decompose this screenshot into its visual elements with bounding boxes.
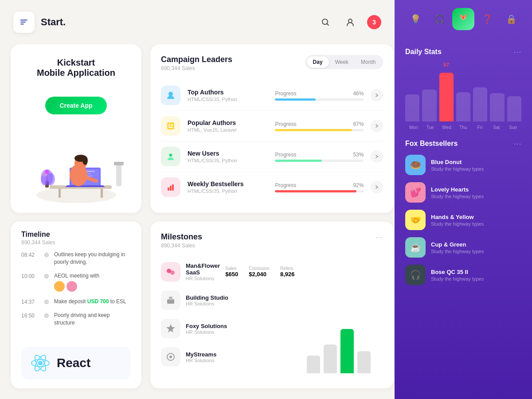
milestones-chart xyxy=(294,258,383,378)
milestones-title: Milestones xyxy=(161,232,202,242)
timeline-entries: 08:42 Outlines keep you indulging in poo… xyxy=(21,251,131,347)
react-badge: React xyxy=(21,347,131,379)
svg-rect-36 xyxy=(172,184,174,191)
svg-rect-2 xyxy=(20,23,24,25)
logo-text: Start. xyxy=(41,16,66,28)
timeline-card: Timeline 890,344 Sales 08:42 Outlines ke… xyxy=(11,222,141,388)
campaign-row-arrow[interactable] xyxy=(371,120,383,132)
milestone-icon xyxy=(161,347,180,367)
daily-stats-header: Daily Stats ⋯ xyxy=(405,47,521,57)
campaign-row: Popular Authors HTML, VueJS, Laravel Pro… xyxy=(161,111,383,141)
tab-week[interactable]: Week xyxy=(329,56,355,68)
chart-bar xyxy=(473,87,487,121)
chart-day-label: Sat xyxy=(488,125,505,130)
svg-point-37 xyxy=(38,361,43,365)
user-icon[interactable] xyxy=(342,14,358,30)
fox-items: 🍩 Blue Donut Study the highway types 💕 L… xyxy=(405,155,521,285)
svg-point-22 xyxy=(46,173,55,185)
content-grid: Kickstart Mobile Application Create App xyxy=(0,44,395,399)
app-icons-row: 💡 🎧 ❓ 🔒 xyxy=(395,0,532,38)
fox-thumbnail: ☕ xyxy=(405,237,426,258)
milestones-list: Man&Flower SaaS HR Solutions Sales $650 … xyxy=(161,258,294,378)
chart-bar xyxy=(422,90,436,121)
app-icon-lightbulb[interactable]: 💡 xyxy=(404,8,426,30)
svg-line-4 xyxy=(327,24,329,26)
svg-point-24 xyxy=(43,173,46,176)
milestone-row: Building Studio HR Solutions xyxy=(161,286,294,314)
campaign-tabs: Day Week Month xyxy=(305,55,383,69)
timeline-item: 14:37 Make deposit USD 700 to ESL xyxy=(21,298,131,305)
milestones-card: Milestones 890,344 Sales ⋯ Man&Flower Sa… xyxy=(150,222,394,388)
milestone-row: Man&Flower SaaS HR Solutions Sales $650 … xyxy=(161,258,294,286)
svg-rect-44 xyxy=(169,297,172,300)
milestone-row: MyStreams HR Solutions xyxy=(161,343,294,371)
campaign-row: New Users HTML/CSS/JS, Python Progress 5… xyxy=(161,141,383,172)
campaign-subtitle: 890,344 Sales xyxy=(161,65,232,71)
app-icon-question[interactable]: ❓ xyxy=(476,8,498,30)
milestones-content: Man&Flower SaaS HR Solutions Sales $650 … xyxy=(161,258,383,378)
fox-bestsellers-menu[interactable]: ⋯ xyxy=(513,139,521,149)
milestone-row: Foxy Solutions HR Solutions xyxy=(161,314,294,343)
daily-stats-chart: 57 xyxy=(405,64,521,121)
app-icon-fox[interactable] xyxy=(452,8,474,30)
svg-point-29 xyxy=(168,124,170,126)
svg-rect-0 xyxy=(20,20,27,21)
campaign-title: Campaign Leaders xyxy=(161,55,232,64)
campaign-title-group: Campaign Leaders 890,344 Sales xyxy=(161,55,232,71)
fox-item: 💕 Lovely Hearts Study the highway types xyxy=(405,182,521,203)
svg-point-18 xyxy=(82,156,88,165)
kickstart-title: Kickstart Mobile Application xyxy=(37,58,115,78)
kickstart-card: Kickstart Mobile Application Create App xyxy=(11,44,141,213)
timeline-item: 08:42 Outlines keep you indulging in poo… xyxy=(21,251,131,266)
fox-bestsellers-title: Fox Bestsellers xyxy=(405,140,458,148)
chart-day-label: Sun xyxy=(505,125,521,130)
fox-item: 🍩 Blue Donut Study the highway types xyxy=(405,155,521,175)
svg-rect-26 xyxy=(114,162,124,165)
chart-day-label: Fri xyxy=(472,125,488,130)
app-icon-headphone[interactable]: 🎧 xyxy=(428,8,450,30)
milestones-title-group: Milestones 890,344 Sales xyxy=(161,232,202,249)
svg-point-42 xyxy=(170,270,175,275)
campaign-row-icon xyxy=(161,147,180,166)
right-panel: 💡 🎧 ❓ 🔒 Daily Stat xyxy=(395,0,532,399)
daily-stats-menu[interactable]: ⋯ xyxy=(513,47,521,57)
svg-point-33 xyxy=(170,154,172,156)
notification-badge[interactable]: 3 xyxy=(367,15,381,29)
header-right: 3 xyxy=(317,14,381,30)
header-left: Start. xyxy=(13,12,66,33)
daily-stats-section: Daily Stats ⋯ 57 MonTueWedThuFriSatSun xyxy=(395,38,532,139)
svg-point-6 xyxy=(36,187,116,203)
chart-bar xyxy=(456,92,470,121)
svg-point-47 xyxy=(169,356,172,358)
react-label: React xyxy=(57,356,90,370)
chart-day-label: Wed xyxy=(438,125,455,130)
fox-item: 🤝 Hands & Yellow Study the highway types xyxy=(405,210,521,230)
chart-labels: MonTueWedThuFriSatSun xyxy=(405,125,521,130)
campaign-rows: Top Authors HTML/CSS/JS, Python Progress… xyxy=(161,80,383,202)
create-app-button[interactable]: Create App xyxy=(45,97,106,114)
campaign-header: Campaign Leaders 890,344 Sales Day Week … xyxy=(161,55,383,71)
search-icon[interactable] xyxy=(317,14,333,30)
svg-rect-25 xyxy=(116,162,121,186)
tab-day[interactable]: Day xyxy=(307,56,329,68)
fox-thumbnail: 🤝 xyxy=(405,210,426,230)
svg-rect-31 xyxy=(168,127,173,128)
svg-point-52 xyxy=(461,17,462,18)
fox-item: ☕ Cup & Green Study the highway types xyxy=(405,237,521,258)
milestones-menu[interactable]: ⋯ xyxy=(375,232,383,242)
svg-rect-9 xyxy=(101,189,103,198)
logo-icon xyxy=(13,12,35,33)
campaign-row-arrow[interactable] xyxy=(371,89,383,102)
chart-day-label: Mon xyxy=(405,125,422,130)
svg-rect-34 xyxy=(168,188,169,191)
app-icon-lock[interactable]: 🔒 xyxy=(500,8,522,30)
chart-bar xyxy=(405,94,419,121)
daily-stats-title: Daily Stats xyxy=(405,48,442,56)
tab-month[interactable]: Month xyxy=(355,56,382,68)
chart-day-label: Tue xyxy=(422,125,438,130)
campaign-row-arrow[interactable] xyxy=(371,150,383,163)
chart-bar xyxy=(490,93,504,121)
fox-thumbnail: 🍩 xyxy=(405,155,426,175)
campaign-row-arrow[interactable] xyxy=(371,181,383,193)
svg-point-30 xyxy=(171,124,173,126)
